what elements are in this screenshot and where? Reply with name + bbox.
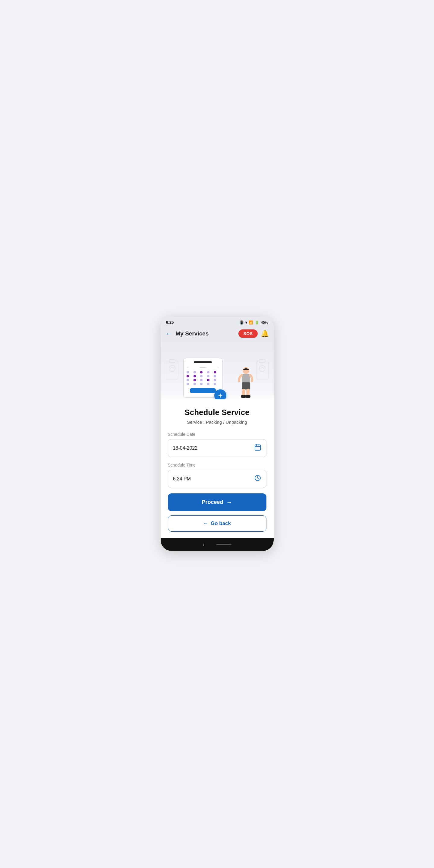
cal-dot [207,371,210,373]
phone-frame: 6:25 📳 ▾ 📶 🔋 45% ← My Services SOS 🔔 [161,317,274,551]
calendar-card: ←────→ [183,358,222,398]
cal-dot [187,375,189,377]
vibrate-icon: 📳 [239,320,244,324]
cal-dot [214,371,216,373]
proceed-arrow-icon: → [226,499,232,506]
cal-dot [200,383,203,385]
wifi-icon: ▾ [245,320,247,324]
person-svg [230,365,257,401]
cal-month-nav: ←────→ [187,366,219,369]
svg-rect-12 [245,395,250,398]
page-title-nav: My Services [176,330,209,337]
status-bar: 6:25 📳 ▾ 📶 🔋 45% [161,317,274,327]
hero-area: ←────→ [161,342,274,402]
svg-point-5 [259,366,265,372]
svg-rect-8 [242,382,250,390]
main-content: Schedule Service Service : Packing / Unp… [161,399,274,538]
cal-header-bar [194,361,212,363]
cal-dot [187,379,189,381]
cal-dot [187,383,189,385]
nav-left: ← My Services [165,330,209,337]
cal-dot [214,379,216,381]
top-nav: ← My Services SOS 🔔 [161,327,274,342]
time-input[interactable]: 6:24 PM [168,470,267,488]
cal-dot [200,379,203,381]
nav-right: SOS 🔔 [239,330,269,338]
schedule-title: Schedule Service [168,408,267,417]
bg-icon-left [163,358,181,387]
date-value: 18-04-2022 [173,445,254,451]
svg-point-2 [169,366,175,372]
cal-dot [207,383,210,385]
cal-dot [193,379,196,381]
svg-rect-11 [241,395,246,398]
cal-dots-grid [187,371,219,385]
svg-rect-3 [256,361,268,379]
service-subtitle: Service : Packing / Unpacking [168,420,267,425]
date-input[interactable]: 18-04-2022 [168,439,267,457]
sos-button[interactable]: SOS [239,330,257,338]
goback-label: Go back [211,521,231,527]
time-value: 6:24 PM [173,476,254,482]
svg-rect-7 [242,374,250,383]
cal-dot [193,383,196,385]
svg-rect-1 [169,360,175,363]
signal-icon: 📶 [249,320,253,324]
status-icons: 📳 ▾ 📶 🔋 45% [239,320,268,324]
cal-dot [207,375,210,377]
cal-dot [193,371,196,373]
cal-dot [200,371,203,373]
person-illustration [230,365,257,402]
cal-dot [214,383,216,385]
back-button[interactable]: ← [165,330,172,337]
time-label: Schedule Time [168,463,267,467]
svg-rect-0 [166,361,178,379]
calendar-icon [254,444,261,453]
home-indicator[interactable] [216,544,231,545]
status-time: 6:25 [166,320,174,324]
notification-bell-button[interactable]: 🔔 [261,330,269,338]
svg-rect-13 [255,445,260,450]
cal-dot [200,375,203,377]
proceed-button[interactable]: Proceed → [168,493,267,511]
clock-icon [254,474,261,484]
cal-dot [214,375,216,377]
bottom-nav-bar: ‹ [161,538,274,551]
cal-dot [187,371,189,373]
date-label: Schedule Date [168,432,267,437]
goback-arrow-icon: ← [203,521,208,527]
cal-blue-bar [190,388,216,393]
battery-icon: 🔋 [255,320,259,324]
cal-dot-checked [193,375,196,377]
go-back-button[interactable]: ← Go back [168,516,267,532]
svg-point-6 [243,367,249,374]
proceed-label: Proceed [202,499,223,505]
cal-dot [207,379,210,381]
back-gesture-icon[interactable]: ‹ [203,541,204,548]
battery-percent: 45% [261,320,268,324]
svg-rect-4 [259,360,265,363]
